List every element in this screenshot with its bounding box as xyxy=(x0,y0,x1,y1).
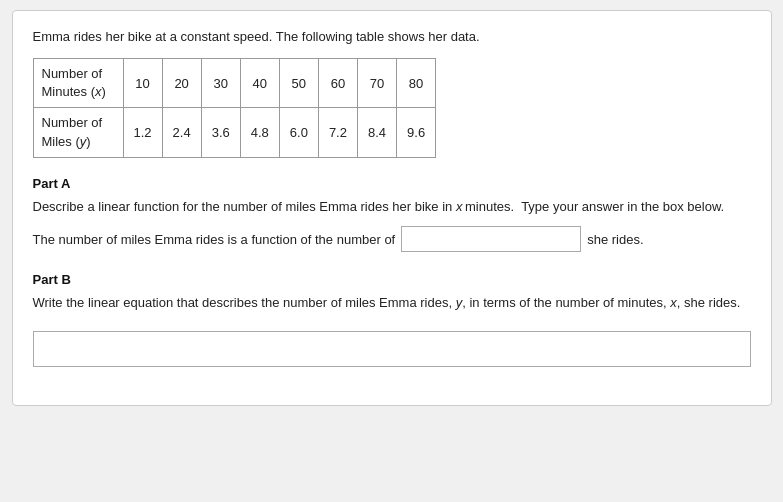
intro-text: Emma rides her bike at a constant speed.… xyxy=(33,29,751,44)
x-val-4: 40 xyxy=(240,59,279,108)
part-a-input[interactable] xyxy=(401,226,581,252)
inline-prefix: The number of miles Emma rides is a func… xyxy=(33,232,396,247)
y-val-2: 2.4 xyxy=(162,108,201,157)
y-val-3: 3.6 xyxy=(201,108,240,157)
x-val-1: 10 xyxy=(123,59,162,108)
y-val-7: 8.4 xyxy=(357,108,396,157)
x-label: Number ofMinutes (x) xyxy=(33,59,123,108)
x-val-3: 30 xyxy=(201,59,240,108)
part-b-section: Part B Write the linear equation that de… xyxy=(33,272,751,367)
main-card: Emma rides her bike at a constant speed.… xyxy=(12,10,772,406)
part-b-input[interactable] xyxy=(33,331,751,367)
inline-suffix: she rides. xyxy=(587,232,643,247)
y-label: Number ofMiles (y) xyxy=(33,108,123,157)
table-row-x: Number ofMinutes (x) 10 20 30 40 50 60 7… xyxy=(33,59,436,108)
y-val-4: 4.8 xyxy=(240,108,279,157)
data-table-wrapper: Number ofMinutes (x) 10 20 30 40 50 60 7… xyxy=(33,58,751,158)
part-b-label: Part B xyxy=(33,272,751,287)
x-val-6: 60 xyxy=(318,59,357,108)
x-val-8: 80 xyxy=(397,59,436,108)
table-row-y: Number ofMiles (y) 1.2 2.4 3.6 4.8 6.0 7… xyxy=(33,108,436,157)
y-val-8: 9.6 xyxy=(397,108,436,157)
part-a-inline-answer: The number of miles Emma rides is a func… xyxy=(33,226,751,252)
x-val-7: 70 xyxy=(357,59,396,108)
x-val-5: 50 xyxy=(279,59,318,108)
x-val-2: 20 xyxy=(162,59,201,108)
part-a-description: Describe a linear function for the numbe… xyxy=(33,197,751,217)
part-a-label: Part A xyxy=(33,176,751,191)
y-val-1: 1.2 xyxy=(123,108,162,157)
part-b-description: Write the linear equation that describes… xyxy=(33,293,751,313)
data-table: Number ofMinutes (x) 10 20 30 40 50 60 7… xyxy=(33,58,437,158)
y-val-5: 6.0 xyxy=(279,108,318,157)
y-val-6: 7.2 xyxy=(318,108,357,157)
part-a-section: Part A Describe a linear function for th… xyxy=(33,176,751,253)
